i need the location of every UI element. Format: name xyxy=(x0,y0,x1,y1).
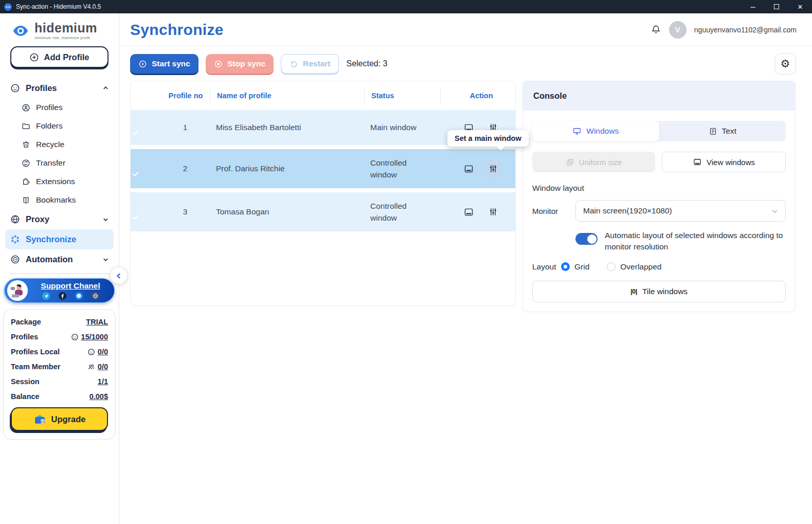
person-circle-icon xyxy=(22,103,30,112)
profile-no: 2 xyxy=(154,164,216,173)
globe-icon xyxy=(10,214,20,224)
support-channel-label[interactable]: Support Chanel xyxy=(33,281,108,291)
trash-icon xyxy=(22,140,30,149)
automation-icon xyxy=(10,255,20,264)
sidebar-collapse-button[interactable] xyxy=(111,267,127,284)
app-icon xyxy=(4,3,12,11)
upgrade-button[interactable]: Upgrade xyxy=(11,407,108,431)
table-row[interactable]: 3 Tomasa Bogan Controlled window xyxy=(131,192,515,231)
sidebar-group-profiles[interactable]: Profiles xyxy=(5,78,114,98)
sidebar-group-automation[interactable]: Automation xyxy=(5,249,114,269)
team-member-link[interactable]: 0/0 xyxy=(87,363,108,371)
layout-overlapped-option[interactable]: Overlapped xyxy=(607,262,661,272)
tab-windows[interactable]: Windows xyxy=(532,121,659,141)
gear-icon: ⚙ xyxy=(781,58,790,70)
uniform-size-icon xyxy=(566,158,574,167)
chevron-up-icon xyxy=(103,85,109,91)
add-profile-button[interactable]: Add Profile xyxy=(10,46,109,68)
content: Profile no Name of profile Status Action… xyxy=(119,80,812,312)
tile-windows-icon: |0| xyxy=(630,287,637,295)
telegram-icon[interactable] xyxy=(42,292,50,300)
stop-sync-button[interactable]: Stop sync xyxy=(206,54,274,74)
puzzle-icon xyxy=(22,177,30,186)
team-icon xyxy=(87,363,95,371)
sidebar-item-folders[interactable]: Folders xyxy=(17,117,114,135)
chevron-left-icon xyxy=(116,273,122,279)
bell-icon[interactable] xyxy=(651,24,661,35)
wallet-icon xyxy=(33,413,46,426)
messenger-icon[interactable] xyxy=(75,292,83,300)
profiles-count-link[interactable]: 15/1000 xyxy=(71,333,108,341)
plus-circle-icon xyxy=(29,52,39,62)
table-row[interactable]: 2 Prof. Darius Ritchie Controlled window xyxy=(131,149,515,188)
package-row: Profiles Local 0/0 xyxy=(11,348,108,356)
monitor-icon xyxy=(572,127,582,136)
facebook-icon[interactable] xyxy=(59,292,66,300)
column-name[interactable]: Name of profile xyxy=(216,92,370,100)
support-channel-banner[interactable]: Support Chanel xyxy=(4,278,115,303)
minimize-icon[interactable]: ─ xyxy=(741,0,765,13)
sidebar-item-transfer[interactable]: Transfer xyxy=(17,154,114,172)
sidebar-item-synchronize[interactable]: Synchronize xyxy=(5,229,114,249)
account-email[interactable]: nguuyenvanvo1102@gmail.com xyxy=(694,26,797,34)
profile-no: 3 xyxy=(154,207,216,216)
sidebar-item-extensions[interactable]: Extensions xyxy=(17,172,114,191)
close-icon[interactable]: ✕ xyxy=(788,0,812,13)
auto-layout-toggle[interactable] xyxy=(575,233,598,245)
monitor-select[interactable]: Main screen(1920×1080) xyxy=(575,200,786,222)
titlebar: Sync-action - Hidemium V4.0.5 ─ ✕ xyxy=(0,0,812,13)
balance-link[interactable]: 0.00$ xyxy=(89,392,108,401)
chevron-down-icon xyxy=(771,208,778,214)
set-main-window-icon[interactable] xyxy=(484,160,502,177)
chevron-down-icon xyxy=(103,257,109,262)
profiles-local-link[interactable]: 0/0 xyxy=(87,348,108,356)
column-status[interactable]: Status xyxy=(370,92,446,100)
uniform-size-button[interactable]: Uniform size xyxy=(532,152,655,172)
package-row: Profiles 15/1000 xyxy=(11,333,108,341)
main-area: Synchronize V nguuyenvanvo1102@gmail.com… xyxy=(119,13,812,524)
package-row: Package TRIAL xyxy=(11,318,108,326)
logo: hidemium minimum risk, maximum profit xyxy=(0,19,119,42)
profile-status: Controlled window xyxy=(370,200,446,224)
settings-button[interactable]: ⚙ xyxy=(775,53,796,74)
column-profile-no[interactable]: Profile no xyxy=(154,92,216,100)
brand-name: hidemium xyxy=(34,22,97,34)
radio-unselected xyxy=(607,262,616,271)
layout-label: Layout xyxy=(532,262,561,272)
sidebar-nav: Profiles Profiles Folders Recycle xyxy=(0,71,119,269)
sidebar-group-proxy[interactable]: Proxy xyxy=(5,209,114,229)
hidemium-eye-icon xyxy=(11,22,30,40)
monitor-selected-value: Main screen(1920×1080) xyxy=(583,206,672,215)
column-action[interactable]: Action xyxy=(446,92,515,100)
text-list-icon xyxy=(709,127,717,136)
layout-options: Layout Grid Overlapped xyxy=(532,262,786,272)
website-globe-icon[interactable] xyxy=(92,292,99,300)
restart-button[interactable]: Restart xyxy=(281,54,339,74)
set-main-window-tooltip: Set a main window xyxy=(447,130,529,147)
profile-name: Miss Elisabeth Bartoletti xyxy=(216,123,370,132)
sidebar-item-profiles[interactable]: Profiles xyxy=(17,98,114,117)
session-link[interactable]: 1/1 xyxy=(98,377,108,386)
tab-text[interactable]: Text xyxy=(659,121,786,141)
radio-selected xyxy=(561,262,570,271)
sync-dots-icon xyxy=(10,234,20,244)
maximize-icon[interactable] xyxy=(765,0,788,13)
start-sync-button[interactable]: Start sync xyxy=(130,54,199,74)
avatar[interactable]: V xyxy=(669,21,687,39)
layout-grid-option[interactable]: Grid xyxy=(561,262,589,272)
open-window-icon[interactable] xyxy=(460,203,477,221)
view-windows-icon xyxy=(693,157,702,167)
console-panel: Console Windows Text xyxy=(522,81,796,312)
window-title: Sync-action - Hidemium V4.0.5 xyxy=(16,3,101,10)
sidebar-item-bookmarks[interactable]: Bookmarks xyxy=(17,191,114,209)
chevron-down-icon xyxy=(103,216,109,222)
console-title: Console xyxy=(523,81,795,111)
view-windows-button[interactable]: View windows xyxy=(662,152,786,172)
sidebar-item-recycle[interactable]: Recycle xyxy=(17,135,114,154)
profile-name: Prof. Darius Ritchie xyxy=(216,164,370,173)
tile-windows-button[interactable]: |0| Tile windows xyxy=(532,281,786,302)
set-main-window-icon[interactable] xyxy=(484,203,502,221)
package-row: Team Member 0/0 xyxy=(11,363,108,371)
package-value-link[interactable]: TRIAL xyxy=(86,318,108,326)
open-window-icon[interactable] xyxy=(460,160,477,177)
